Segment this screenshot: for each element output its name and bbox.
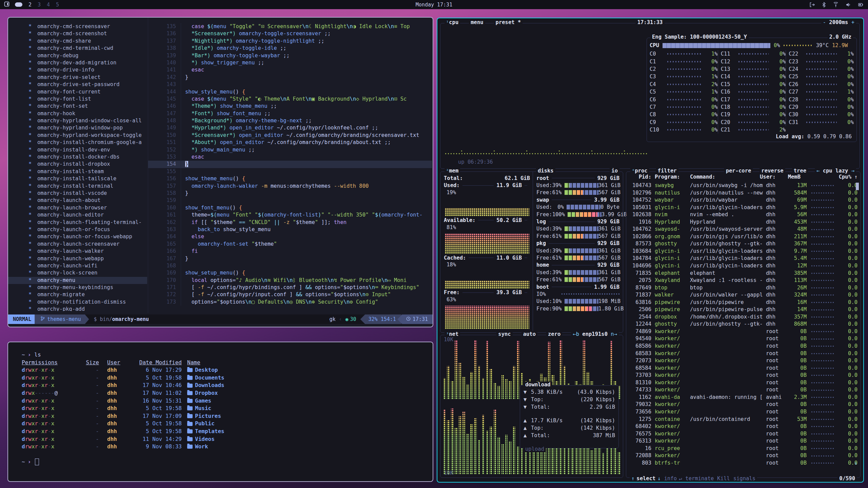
file-item[interactable]: *omarchy-launch-floating-terminal- (28, 219, 147, 226)
file-item[interactable]: *omarchy-cmd-screensaver (28, 23, 147, 30)
file-item[interactable]: *omarchy-lock-screen (28, 269, 147, 277)
file-item[interactable]: *omarchy-drive-info (28, 66, 147, 74)
file-item[interactable]: *omarchy-launch-wifi (28, 262, 147, 269)
process-row[interactable]: 68586kworker/root0B0.0 (629, 343, 857, 350)
process-row[interactable]: 105031glycin-i/usr/lib/glycin-loadersdhh… (629, 204, 857, 211)
process-row[interactable]: 104762swayosd-/usr/bin/swayosd-serverdhh… (629, 226, 857, 233)
workspace-1[interactable] (15, 2, 22, 7)
file-item[interactable]: *omarchy-install-tailscale (28, 175, 147, 182)
process-row[interactable]: 76313kworker/root0B0.0 (629, 438, 857, 445)
file-item[interactable]: *omarchy-launch-or-focus-webapp (28, 233, 147, 240)
process-row[interactable]: 74869kworker/root0B0.0 (629, 328, 857, 336)
terminate-key[interactable]: terminate (684, 475, 715, 482)
terminal-window[interactable]: ~›ls PermissionsSizeUserDate ModifiedNam… (7, 342, 433, 482)
process-row[interactable]: 104696glycin-i/usr/lib/glycin-loadersdhh… (629, 262, 857, 270)
network-icon[interactable] (833, 2, 839, 7)
process-row[interactable]: 2544dropbox/home/dhh/.dropbox-distdhh357… (629, 313, 857, 321)
preset-button[interactable]: preset * (494, 19, 523, 25)
file-item[interactable]: *omarchy-install-dropbox (28, 161, 147, 168)
file-item[interactable]: *omarchy-debug (28, 52, 147, 59)
process-row[interactable]: 71835elephantelephantdhh385M0.0 (629, 270, 857, 277)
process-row[interactable]: 103684glycin-i/usr/lib/glycin-loadersdhh… (629, 248, 857, 255)
process-row[interactable]: 104743swaybg/usr/bin/swaybg -i /homdhh13… (629, 182, 857, 189)
file-item[interactable]: *omarchy-migrate (28, 291, 147, 298)
signals-key[interactable]: signals (732, 475, 757, 482)
volume-icon[interactable] (846, 2, 851, 7)
process-row[interactable]: 63816pipewire/usr/bin/pipewiredhh16M0.0 (629, 299, 857, 306)
process-row[interactable]: 76575kworker/root0B0.0 (629, 430, 857, 438)
scroll-down-arrow[interactable]: ↓ (854, 460, 857, 466)
file-item[interactable]: *omarchy-launch-editor (28, 211, 147, 219)
file-item[interactable]: *omarchy-hyprland-workspace-toggle (28, 132, 147, 139)
file-item[interactable]: *omarchy-pkg-add (28, 306, 147, 311)
code-pane[interactable]: 135 case $(menu "Toggle" "⊡ Screensaver\… (148, 23, 432, 311)
process-row[interactable]: 94540kworker/root0B0.0 (629, 335, 857, 343)
process-row[interactable]: 803btrfs-trroot0B0.0 (629, 460, 857, 467)
file-item[interactable]: *omarchy-cmd-screenshot (28, 30, 147, 37)
process-row[interactable]: 2075XwaylandXwayland :1 -rootless -dhh11… (629, 277, 857, 284)
process-row[interactable]: 79032kworker/root0B0.0 (629, 401, 857, 408)
btop-window[interactable]: ¹cpu menu preset * 17:31:33 - 2000ms + u… (437, 18, 864, 483)
process-row[interactable]: 81310kworker/root0B0.0 (629, 379, 857, 387)
file-item[interactable]: *omarchy-font-set (28, 103, 147, 110)
process-row[interactable]: 102796nautilus/usr/bin/nautilus --newdhh… (629, 189, 857, 197)
workspace-2[interactable]: 2 (28, 2, 32, 8)
logout-icon[interactable] (809, 2, 815, 7)
file-item[interactable]: *omarchy-install-vscode (28, 190, 147, 197)
file-item[interactable]: *omarchy-install-chromium-google-a (28, 139, 147, 146)
file-item[interactable]: *omarchy-install-dev-env (28, 146, 147, 154)
battery-icon[interactable] (858, 2, 863, 7)
process-row[interactable]: 72073kworker/root0B0.0 (629, 357, 857, 365)
file-item[interactable]: *omarchy-launch-or-focus (28, 226, 147, 233)
process-row[interactable]: 73656kworker/root0B0.0 (629, 408, 857, 416)
info-key[interactable]: info↵ (663, 475, 684, 482)
process-row[interactable]: 73703kworker/root0B0.0 (629, 372, 857, 379)
bluetooth-icon[interactable] (822, 2, 826, 7)
file-item[interactable]: *omarchy-install-terminal (28, 183, 147, 190)
file-item[interactable]: *omarchy-hyprland-window-close-all (28, 117, 147, 124)
scrollbar-thumb[interactable] (856, 183, 859, 190)
file-item[interactable]: *omarchy-menu-keybindings (28, 284, 147, 291)
file-item[interactable]: *omarchy-install-docker-dbs (28, 154, 147, 161)
file-item[interactable]: *omarchy-notification-dismiss (28, 299, 147, 306)
process-row[interactable]: 104784glycin-i/usr/lib/glycin-loadersdhh… (629, 255, 857, 262)
workspace-switcher[interactable]: 2345 (15, 2, 59, 8)
process-row[interactable]: 12244ghostty/usr/bin/ghostty --gtk-dhh86… (629, 321, 857, 328)
process-row[interactable]: 1916HyprlandHyprlanddhh453M0.0 (629, 219, 857, 226)
file-item[interactable]: *omarchy-hyprland-window-pop (28, 124, 147, 131)
scroll-up-arrow[interactable]: ↑ (854, 174, 857, 180)
file-item[interactable]: *omarchy-drive-set-password (28, 81, 147, 88)
process-row[interactable]: 71837walker/usr/bin/walker --gappldhh324… (629, 291, 857, 299)
file-item[interactable]: *omarchy-font-list (28, 96, 147, 103)
kill-key[interactable]: Kill (715, 475, 731, 482)
process-row[interactable]: 102638nvimnvim --embed .dhh56M0.0 (629, 211, 857, 219)
file-item[interactable]: *omarchy-cmd-terminal-cwd (28, 45, 147, 52)
process-row[interactable]: 16rcu_preeroot0B0.0 (629, 445, 857, 452)
prompt-line-2[interactable]: ~› (22, 458, 433, 466)
launcher-icon[interactable] (4, 1, 9, 8)
file-item[interactable]: *omarchy-install-steam (28, 168, 147, 175)
file-item[interactable]: *omarchy-launch-webapp (28, 255, 147, 262)
process-list[interactable]: 104743swaybg/usr/bin/swaybg -i /homdhh13… (629, 182, 857, 467)
workspace-3[interactable]: 3 (38, 2, 41, 8)
menu-button[interactable]: menu (469, 19, 485, 25)
file-item[interactable]: *omarchy-launch-about (28, 197, 147, 204)
select-keys[interactable]: ↑select↓ (630, 475, 663, 482)
file-item[interactable]: *omarchy-dev-add-migration (28, 59, 147, 66)
file-item[interactable]: *omarchy-launch-walker (28, 248, 147, 255)
file-item[interactable]: *omarchy-font-current (28, 88, 147, 96)
process-row[interactable]: 104752waybar/usr/bin/waybardhh69M0.0 (629, 197, 857, 204)
process-row[interactable]: 68584kworker/root0B0.0 (629, 365, 857, 372)
file-item[interactable]: *omarchy-drive-select (28, 74, 147, 81)
process-row[interactable]: 102866org.gnom/usr/bin/gjs /usr/lib/odhh… (629, 233, 857, 241)
process-row[interactable]: 87573ghostty/usr/bin/ghostty --gtk-dhh36… (629, 240, 857, 248)
refresh-rate-control[interactable]: - 2000ms + (821, 19, 856, 25)
file-item[interactable]: *omarchy-hook (28, 110, 147, 117)
file-item[interactable]: *omarchy-launch-browser (28, 204, 147, 211)
proc-header[interactable]: Pid: Program: Command: User: MemB Cpu% (629, 174, 851, 180)
process-row[interactable]: 87649btopbtopdhh26M0.0 (629, 284, 857, 292)
file-item[interactable]: *omarchy-menu (8, 277, 147, 284)
process-row[interactable]: 74733kworker/root0B0.0 (629, 386, 857, 394)
workspace-5[interactable]: 5 (56, 2, 59, 8)
process-row[interactable]: 2506pipewire/usr/bin/pipewire-pulsedhh14… (629, 306, 857, 313)
